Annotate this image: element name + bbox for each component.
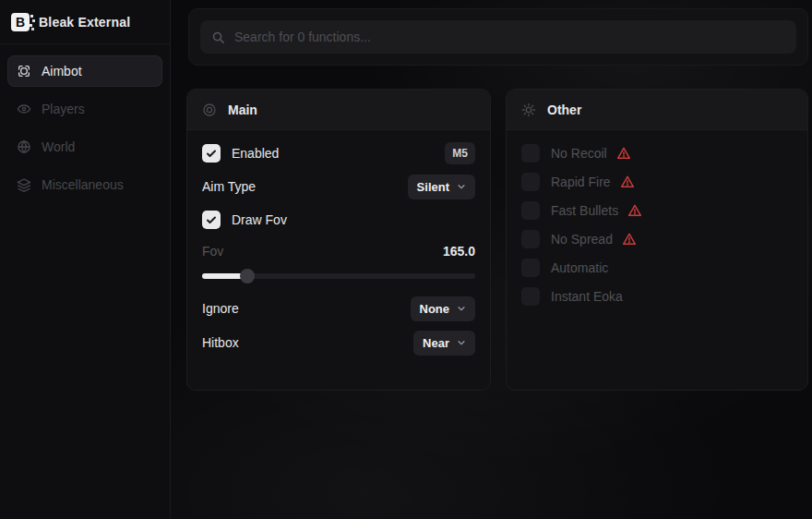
panel-main: Main Enabled M5 Aim Type Silent Draw Fov [186,89,491,391]
app-logo-icon: B [11,13,30,31]
other-row-no-spread: No Spread [521,227,793,251]
sidebar-item-aimbot[interactable]: Aimbot [7,55,162,87]
chevron-down-icon [457,304,466,313]
crosshair-icon [17,64,31,78]
hitbox-dropdown[interactable]: Near [413,331,475,356]
gear-icon [521,103,536,117]
no-recoil-label: No Recoil [551,146,607,161]
other-row-rapid-fire: Rapid Fire [521,170,793,194]
fov-slider[interactable] [202,269,475,284]
search-input[interactable]: Search for 0 functions... [200,20,796,54]
layers-icon [17,177,31,192]
hitbox-value: Near [423,336,449,350]
draw-fov-checkbox[interactable] [202,211,221,229]
hitbox-label: Hitbox [202,335,239,350]
aim-type-label: Aim Type [202,179,256,194]
sidebar-nav: Aimbot Players World Miscellaneous [0,44,170,218]
no-spread-label: No Spread [551,232,613,247]
panel-title: Main [228,103,257,117]
draw-fov-row: Draw Fov [202,208,475,232]
fast-bullets-checkbox[interactable] [521,201,540,220]
sidebar-header: B Bleak External [0,0,170,44]
aim-type-value: Silent [417,180,449,194]
instant-eoka-label: Instant Eoka [551,289,623,304]
panel-main-header: Main [187,90,490,130]
enabled-keybind-badge[interactable]: M5 [445,142,475,164]
panel-main-body: Enabled M5 Aim Type Silent Draw Fov Fov … [187,130,490,355]
globe-icon [17,139,31,154]
warning-icon [627,203,642,218]
sidebar: B Bleak External Aimbot Players World [0,0,171,519]
aim-type-row: Aim Type Silent [202,175,475,199]
enabled-row: Enabled M5 [202,141,475,165]
ignore-label: Ignore [202,301,239,316]
rapid-fire-checkbox[interactable] [521,173,540,191]
enabled-label: Enabled [232,146,279,161]
panel-other: Other No Recoil Rapid Fire Fast Bullets [506,89,808,391]
fov-slider-track[interactable] [202,273,475,279]
app-title: Bleak External [39,15,130,30]
panel-other-body: No Recoil Rapid Fire Fast Bullets [507,130,807,308]
hitbox-row: Hitbox Near [202,331,475,355]
panel-title: Other [547,103,581,117]
other-row-automatic: Automatic [521,256,793,280]
chevron-down-icon [457,338,466,347]
sidebar-item-label: Players [42,102,85,116]
fov-label: Fov [202,244,223,259]
instant-eoka-checkbox[interactable] [521,287,540,306]
warning-icon [622,232,637,247]
fov-row: Fov 165.0 [202,241,475,261]
search-container: Search for 0 functions... [188,8,808,66]
search-placeholder: Search for 0 functions... [234,30,371,44]
eye-icon [17,102,31,116]
warning-icon [620,175,635,189]
check-icon [206,148,217,159]
ignore-value: None [420,302,450,316]
rapid-fire-label: Rapid Fire [551,175,611,189]
sidebar-item-label: Miscellaneous [42,177,124,192]
aim-type-dropdown[interactable]: Silent [408,175,475,199]
no-recoil-checkbox[interactable] [521,144,540,163]
automatic-label: Automatic [551,260,608,275]
warning-icon [616,146,631,161]
other-row-fast-bullets: Fast Bullets [521,199,793,223]
sidebar-item-world[interactable]: World [7,131,162,163]
sidebar-item-label: World [42,139,75,154]
automatic-checkbox[interactable] [521,259,540,277]
target-icon [202,103,217,117]
sidebar-item-miscellaneous[interactable]: Miscellaneous [7,169,162,200]
enabled-checkbox[interactable] [202,144,221,163]
panel-other-header: Other [507,90,807,130]
check-icon [206,214,217,225]
draw-fov-label: Draw Fov [232,212,287,227]
sidebar-item-players[interactable]: Players [7,93,162,125]
search-icon [211,30,225,44]
other-row-no-recoil: No Recoil [521,141,793,165]
fov-slider-thumb[interactable] [240,269,255,284]
fast-bullets-label: Fast Bullets [551,203,618,218]
no-spread-checkbox[interactable] [521,230,540,248]
sidebar-item-label: Aimbot [42,64,82,78]
chevron-down-icon [457,182,466,191]
fov-value: 165.0 [443,244,475,259]
ignore-dropdown[interactable]: None [411,296,476,321]
other-row-instant-eoka: Instant Eoka [521,284,793,308]
ignore-row: Ignore None [202,296,475,320]
